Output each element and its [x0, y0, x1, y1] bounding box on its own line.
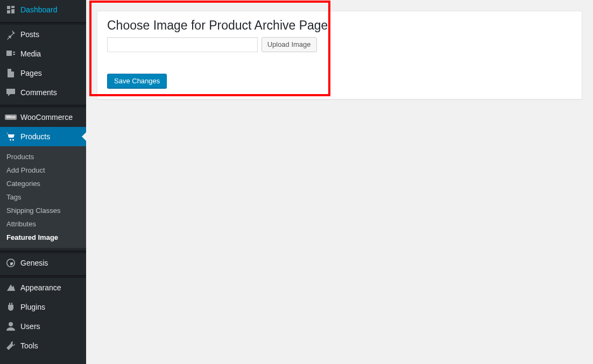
main-content: Choose Image for Product Archive Page Up… [86, 0, 593, 364]
sidebar-label: Plugins [20, 303, 45, 311]
sidebar-item-media[interactable]: Media [0, 44, 86, 63]
sidebar-item-posts[interactable]: Posts [0, 25, 86, 44]
submenu-tags[interactable]: Tags [0, 190, 86, 204]
submenu-featured-image[interactable]: Featured Image [0, 231, 86, 244]
sidebar-item-tools[interactable]: Tools [0, 336, 86, 355]
sidebar-item-comments[interactable]: Comments [0, 83, 86, 102]
sidebar-label: Appearance [20, 283, 61, 292]
sidebar-label: Comments [20, 88, 57, 97]
woocommerce-icon: Woo [5, 112, 16, 123]
submenu-add-product[interactable]: Add Product [0, 163, 86, 177]
save-changes-button[interactable]: Save Changes [107, 74, 167, 88]
sidebar-item-genesis[interactable]: Genesis [0, 253, 86, 273]
image-path-input[interactable] [107, 37, 258, 52]
svg-point-1 [9, 322, 13, 326]
sidebar-item-appearance[interactable]: Appearance [0, 278, 86, 297]
pages-icon [5, 68, 16, 78]
appearance-icon [5, 282, 16, 293]
sidebar-item-dashboard[interactable]: Dashboard [0, 0, 86, 19]
sidebar-label: Pages [20, 69, 42, 77]
sidebar-item-woocommerce[interactable]: Woo WooCommerce [0, 108, 86, 127]
dashboard-icon [5, 4, 16, 15]
sidebar-label: WooCommerce [20, 113, 73, 122]
users-icon [5, 321, 16, 332]
cart-icon [5, 131, 16, 142]
sidebar-label: Products [20, 132, 50, 141]
submenu-products[interactable]: Products [0, 150, 86, 163]
sidebar-label: Posts [20, 30, 39, 39]
sidebar-label: Media [20, 49, 41, 58]
plugins-icon [5, 302, 16, 312]
submenu-shipping-classes[interactable]: Shipping Classes [0, 204, 86, 217]
sidebar-item-products[interactable]: Products [0, 127, 86, 146]
sidebar-item-plugins[interactable]: Plugins [0, 297, 86, 317]
sidebar-item-users[interactable]: Users [0, 317, 86, 336]
pin-icon [5, 29, 16, 40]
submenu-categories[interactable]: Categories [0, 177, 86, 190]
media-icon [5, 48, 16, 59]
admin-sidebar: Dashboard Posts Media Pages Comments Woo… [0, 0, 86, 364]
page-title: Choose Image for Product Archive Page [107, 18, 572, 34]
tools-icon [5, 340, 16, 351]
sidebar-label: Dashboard [20, 5, 58, 14]
genesis-icon [5, 258, 16, 268]
sidebar-item-pages[interactable]: Pages [0, 63, 86, 83]
products-submenu: Products Add Product Categories Tags Shi… [0, 146, 86, 248]
upload-row: Upload Image [107, 37, 572, 52]
comments-icon [5, 87, 16, 98]
upload-image-button[interactable]: Upload Image [262, 37, 317, 52]
sidebar-label: Tools [20, 341, 38, 350]
sidebar-label: Users [20, 322, 40, 331]
submenu-attributes[interactable]: Attributes [0, 217, 86, 231]
settings-panel: Choose Image for Product Archive Page Up… [97, 11, 582, 99]
sidebar-label: Genesis [20, 259, 48, 267]
